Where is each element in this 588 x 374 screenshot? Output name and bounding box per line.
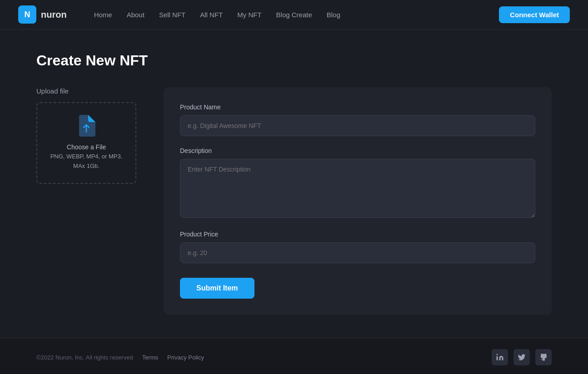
- connect-wallet-button[interactable]: Connect Wallet: [499, 6, 570, 23]
- create-nft-form: Product Name Description Product Price S…: [164, 87, 552, 315]
- product-name-label: Product Name: [180, 103, 535, 111]
- main-content: Create New NFT Upload file Choose a File…: [0, 30, 588, 338]
- upload-file-types: PNG, WEBP, MP4, or MP3.MAx 1Gb.: [50, 152, 123, 171]
- footer-privacy-link[interactable]: Privacy Policy: [167, 354, 204, 361]
- footer: ©2022 Nuron, Inc. All rights reserved Te…: [0, 338, 588, 374]
- product-price-input[interactable]: [180, 242, 535, 263]
- svg-point-0: [497, 354, 498, 355]
- product-name-input[interactable]: [180, 115, 535, 136]
- twitter-icon[interactable]: [513, 349, 530, 365]
- nav-all-nft[interactable]: All NFT: [200, 11, 223, 19]
- product-price-label: Product Price: [180, 231, 535, 238]
- linkedin-icon[interactable]: [492, 349, 508, 365]
- product-name-group: Product Name: [180, 103, 535, 136]
- footer-socials: [492, 349, 552, 365]
- navbar: N nuron Home About Sell NFT All NFT My N…: [0, 0, 588, 30]
- upload-instructions: Choose a File PNG, WEBP, MP4, or MP3.MAx…: [50, 142, 123, 171]
- footer-copyright: ©2022 Nuron, Inc. All rights reserved: [36, 354, 133, 361]
- logo-name: nuron: [41, 10, 67, 20]
- nav-home[interactable]: Home: [94, 11, 112, 19]
- footer-left: ©2022 Nuron, Inc. All rights reserved Te…: [36, 354, 204, 361]
- description-label: Description: [180, 147, 535, 154]
- nav-links: Home About Sell NFT All NFT My NFT Blog …: [94, 11, 499, 19]
- github-icon[interactable]: [535, 349, 552, 365]
- nav-blog-create[interactable]: Blog Create: [276, 11, 312, 19]
- product-price-group: Product Price: [180, 231, 535, 263]
- content-area: Upload file Choose a File PNG, WEBP, MP4…: [36, 87, 552, 315]
- submit-item-button[interactable]: Submit Item: [180, 278, 254, 299]
- upload-section: Upload file Choose a File PNG, WEBP, MP4…: [36, 87, 145, 184]
- logo[interactable]: N nuron: [18, 5, 67, 24]
- description-group: Description: [180, 147, 535, 220]
- footer-terms-link[interactable]: Terms: [142, 354, 158, 361]
- upload-file-icon: [77, 115, 95, 137]
- nav-blog[interactable]: Blog: [327, 11, 340, 19]
- nav-my-nft[interactable]: My NFT: [237, 11, 261, 19]
- upload-dropzone[interactable]: Choose a File PNG, WEBP, MP4, or MP3.MAx…: [36, 102, 136, 184]
- description-textarea[interactable]: [180, 159, 535, 218]
- nav-sell-nft[interactable]: Sell NFT: [159, 11, 185, 19]
- logo-icon: N: [18, 5, 36, 24]
- page-title: Create New NFT: [36, 52, 552, 69]
- nav-about[interactable]: About: [127, 11, 145, 19]
- upload-label: Upload file: [36, 87, 145, 95]
